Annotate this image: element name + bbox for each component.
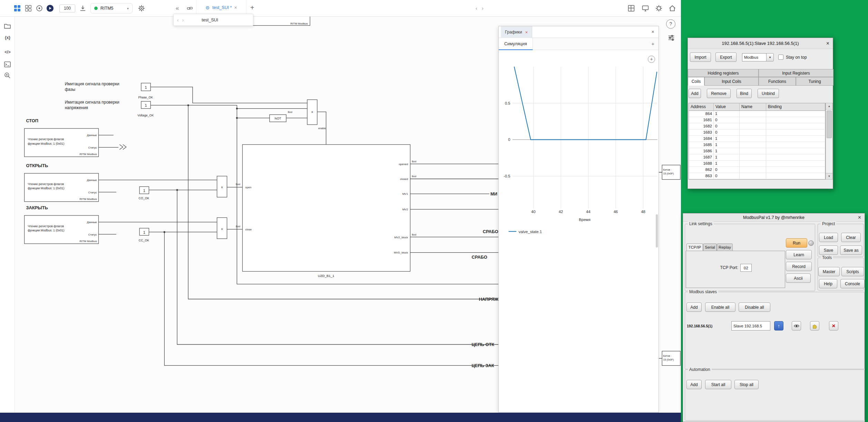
help-button[interactable]: Help <box>819 279 837 288</box>
stop-all-button[interactable]: Stop all <box>734 380 759 389</box>
tab-replay[interactable]: Replay <box>717 243 733 251</box>
tab-input-registers[interactable]: Input Registers <box>759 69 833 77</box>
tab-coils[interactable]: Coils <box>688 77 704 86</box>
code-icon[interactable]: </> <box>3 50 12 55</box>
panel-scrollbar[interactable] <box>656 214 658 248</box>
record-button[interactable]: Record <box>786 262 812 271</box>
device-settings-icon[interactable] <box>137 4 146 12</box>
slave-enable-button[interactable]: ↑ <box>774 321 783 330</box>
console-button[interactable]: Console <box>840 279 865 288</box>
modbus-read-block-stop[interactable] <box>25 128 99 157</box>
modbus-read-block-close[interactable] <box>25 215 99 244</box>
variables-icon[interactable]: {x} <box>3 35 12 40</box>
bind-button[interactable]: Bind <box>737 89 752 98</box>
mux-block-close[interactable] <box>217 218 227 239</box>
slave-view-button[interactable] <box>792 321 801 330</box>
slave-add-button[interactable]: Add <box>686 303 702 312</box>
table-row[interactable]: 16820 <box>689 123 825 130</box>
col-name[interactable]: Name <box>740 103 766 111</box>
new-tab-button[interactable]: + <box>250 3 254 12</box>
help-button[interactable]: ? <box>666 19 675 29</box>
tab-input-coils[interactable]: Input Coils <box>704 77 759 86</box>
table-row[interactable]: 16861 <box>689 148 825 154</box>
add-signal-button[interactable]: + <box>648 56 655 63</box>
unbind-button[interactable]: Unbind <box>758 89 779 98</box>
master-button[interactable]: Master <box>818 267 840 276</box>
charts-panel-close-icon[interactable]: × <box>651 29 654 35</box>
tab-tuning[interactable]: Tuning <box>796 77 833 86</box>
col-address[interactable]: Address <box>689 103 714 111</box>
scripts-button[interactable]: Scripts <box>841 267 864 276</box>
panels-icon[interactable] <box>627 4 635 12</box>
mode-select-arrow-icon[interactable]: ▾ <box>766 53 774 61</box>
collapse-tabs-icon[interactable]: « <box>176 4 179 12</box>
table-row[interactable]: 16851 <box>689 142 825 148</box>
start-all-button[interactable]: Start all <box>705 380 731 389</box>
slave-automation-button[interactable] <box>810 321 819 330</box>
save-as-button[interactable]: Save as <box>840 246 862 255</box>
table-row[interactable]: 8630 <box>689 173 825 179</box>
tab-tcpip[interactable]: TCP/IP <box>686 243 703 251</box>
scrollbar-thumb[interactable] <box>827 111 832 138</box>
device-select[interactable]: RITM5 ▾ <box>90 3 133 13</box>
slave-window-titlebar[interactable]: 192.168.56.5(1):Slave 192.168.56.5(1) × <box>688 38 833 49</box>
tab-holding-registers[interactable]: Holding registers <box>688 69 759 77</box>
blocks-grid-icon[interactable] <box>13 4 21 12</box>
tab-scroll-left-icon[interactable]: ‹ <box>476 4 477 12</box>
table-scrollbar[interactable]: ▲ ▼ <box>826 103 833 180</box>
table-row[interactable]: 8641 <box>689 111 825 117</box>
tab-simulation[interactable]: Симуляция <box>499 38 533 50</box>
remove-button[interactable]: Remove <box>707 89 731 98</box>
tab-close-icon[interactable]: × <box>234 5 237 10</box>
stay-on-top-checkbox[interactable] <box>778 55 783 60</box>
import-button[interactable]: Import <box>690 52 711 62</box>
automation-add-button[interactable]: Add <box>686 380 702 389</box>
tcp-port-field[interactable]: 02 <box>740 264 752 272</box>
gear-icon[interactable] <box>655 4 663 12</box>
modbus-read-block-open[interactable] <box>25 173 99 202</box>
save-button[interactable]: Save <box>819 246 838 255</box>
mux-block-power[interactable] <box>307 100 317 125</box>
terminal-icon[interactable] <box>3 60 11 68</box>
tab-scroll-right-icon[interactable]: › <box>482 4 484 12</box>
scroll-up-icon[interactable]: ▲ <box>826 103 832 109</box>
export-button[interactable]: Export <box>715 52 737 62</box>
enable-all-button[interactable]: Enable all <box>705 303 735 312</box>
const-block-voltage[interactable] <box>141 101 150 108</box>
charts-tab[interactable]: Графики × <box>501 26 532 38</box>
mode-select[interactable]: Modbus <box>742 53 767 61</box>
load-button[interactable]: Load <box>819 233 838 242</box>
slave-name-field[interactable]: Slave 192.168.5 <box>731 321 770 330</box>
modbuspal-close-icon[interactable]: × <box>858 214 861 221</box>
nav-forward-icon[interactable]: › <box>182 17 184 23</box>
run-button[interactable]: Run <box>786 238 807 248</box>
col-value[interactable]: Value <box>714 103 740 111</box>
folder-icon[interactable] <box>3 22 11 30</box>
charts-tab-close-icon[interactable]: × <box>525 30 528 35</box>
const-block-phase[interactable] <box>141 83 150 91</box>
ascii-button[interactable]: Ascii <box>786 274 811 283</box>
home-icon[interactable] <box>668 4 676 12</box>
tab-serial[interactable]: Serial <box>703 243 717 251</box>
const-block-cc[interactable] <box>139 228 149 236</box>
nav-back-icon[interactable]: ‹ <box>177 17 179 23</box>
monitor-icon[interactable] <box>641 4 650 12</box>
table-row[interactable]: 16871 <box>689 154 825 161</box>
slave-delete-button[interactable]: × <box>829 321 838 330</box>
strip-block-2[interactable] <box>662 351 680 366</box>
slave-window-close-icon[interactable]: × <box>826 40 829 47</box>
col-binding[interactable]: Binding <box>766 103 825 111</box>
sliders-icon[interactable] <box>667 33 675 42</box>
table-row[interactable]: 16810 <box>689 117 825 123</box>
scroll-down-icon[interactable]: ▼ <box>826 173 832 179</box>
table-row[interactable]: 16830 <box>689 130 825 136</box>
uzd-function-block[interactable] <box>243 145 410 271</box>
mux-block-open[interactable] <box>217 176 227 197</box>
zoom-search-icon[interactable] <box>3 71 11 79</box>
clear-button[interactable]: Clear <box>841 233 861 242</box>
table-row[interactable]: 16881 <box>689 161 825 167</box>
modbuspal-titlebar[interactable]: ModbusPal v1.7 by @mrhenrike × <box>683 213 865 222</box>
add-chart-tab-icon[interactable]: + <box>651 41 654 47</box>
tab-functions[interactable]: Functions <box>759 77 796 86</box>
breadcrumb-label[interactable]: test_SUI <box>202 18 218 22</box>
